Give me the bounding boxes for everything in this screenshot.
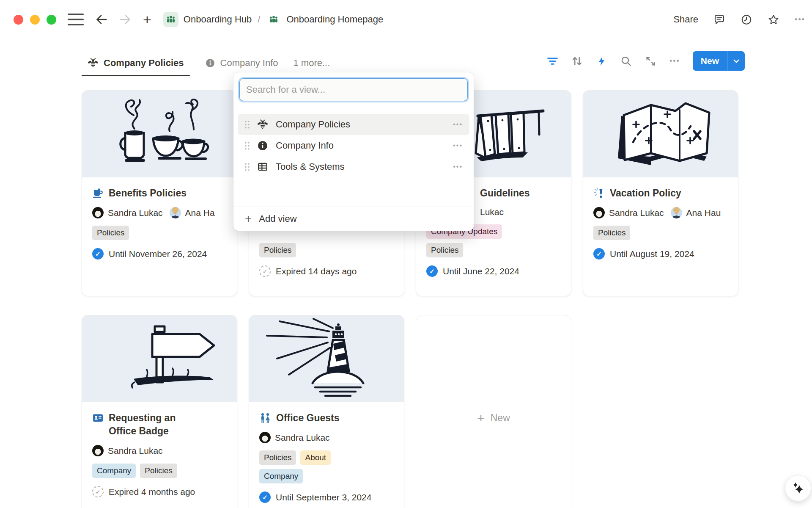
status-row: ✓ Expired 14 days ago (259, 265, 404, 277)
card-vacation-policy[interactable]: Vacation Policy Sandra Lukac Ana Hau Pol… (583, 90, 738, 296)
verified-badge-icon: ✓ (92, 248, 104, 260)
more-views-button[interactable]: 1 more... (293, 58, 330, 69)
forward-icon[interactable] (119, 14, 131, 25)
view-search-input[interactable] (246, 84, 461, 95)
breadcrumb-item[interactable]: Onboarding Hub (184, 14, 252, 25)
person-name: Sandra Lukac (275, 433, 330, 443)
breadcrumb-item[interactable]: Onboarding Homepage (286, 14, 383, 25)
view-option-tools-systems[interactable]: Tools & Systems ••• (238, 156, 469, 177)
card-office-guests[interactable]: Office Guests Sandra Lukac Policies Abou… (249, 315, 404, 508)
close-window-button[interactable] (14, 15, 23, 25)
share-button[interactable]: Share (673, 14, 698, 25)
view-option-menu-icon[interactable]: ••• (453, 142, 463, 149)
avatar (92, 207, 104, 218)
view-option-company-policies[interactable]: Company Policies ••• (238, 114, 469, 135)
more-options-icon[interactable]: ••• (795, 15, 805, 24)
person-name-fragment: Lukac (480, 207, 504, 217)
sidebar-menu-icon[interactable] (68, 14, 84, 25)
breadcrumb: Onboarding Hub / Onboarding Homepage (163, 12, 383, 27)
card-title: Office Guests (276, 411, 340, 425)
people-pair-icon (259, 412, 271, 424)
id-badge-icon (92, 412, 104, 424)
view-option-company-info[interactable]: Company Info ••• (238, 135, 469, 156)
person: Sandra Lukac (259, 432, 330, 443)
alert-exclamation-icon (593, 188, 605, 199)
tab-label: Company Info (220, 58, 278, 69)
zoom-window-button[interactable] (47, 15, 56, 25)
card-benefits-policies[interactable]: Benefits Policies Sandra Lukac Ana Ha Po… (82, 90, 237, 296)
favorite-star-icon[interactable] (768, 14, 779, 25)
automation-bolt-icon[interactable] (596, 55, 608, 67)
drag-handle-icon[interactable] (244, 120, 250, 129)
avatar (170, 207, 181, 218)
coffee-cup-icon (92, 188, 104, 199)
avatar (671, 207, 682, 218)
card-office-badge[interactable]: Requesting an Office Badge Sandra Lukac … (82, 315, 237, 508)
tag: Policies (259, 450, 296, 465)
minimize-window-button[interactable] (30, 15, 40, 25)
expired-check-icon: ✓ (92, 486, 104, 497)
person-name: Sandra Lukac (108, 446, 163, 456)
new-button[interactable]: New (693, 51, 727, 71)
new-button-chevron[interactable] (727, 51, 745, 71)
status-row: ✓ Until August 19, 2024 (593, 248, 738, 260)
tag: Policies (140, 464, 177, 478)
tag: Company (259, 469, 303, 483)
expand-view-icon[interactable] (645, 55, 657, 67)
drag-handle-icon[interactable] (244, 141, 250, 150)
person-name: Ana Ha (185, 208, 215, 218)
view-search-box (239, 78, 468, 101)
info-icon (257, 140, 268, 151)
person: Ana Ha (170, 207, 215, 218)
sort-icon[interactable] (571, 55, 583, 67)
new-card-placeholder[interactable]: + New (416, 315, 571, 508)
tag: Company (92, 464, 136, 478)
tag: Policies (92, 226, 129, 240)
tab-company-policies[interactable]: Company Policies (82, 50, 190, 76)
status-text: Expired 4 months ago (109, 487, 195, 497)
new-card-label: New (491, 412, 510, 424)
person: Ana Hau (671, 207, 721, 218)
person: Lukac (480, 207, 504, 217)
status-row: ✓ Until November 26, 2024 (92, 248, 237, 260)
traffic-lights (14, 15, 56, 25)
status-text: Until September 3, 2024 (276, 492, 371, 502)
comments-icon[interactable] (713, 14, 725, 25)
tab-label: Company Policies (104, 58, 184, 69)
view-option-menu-icon[interactable]: ••• (453, 121, 463, 128)
add-view-button[interactable]: + Add view (233, 207, 474, 231)
card-cover-signpost-drawing (82, 315, 237, 402)
view-more-options-icon[interactable]: ••• (669, 57, 680, 66)
status-row: ✓ Expired 4 months ago (92, 486, 237, 497)
tag: Policies (593, 226, 630, 240)
card-cover-lighthouse-drawing (249, 315, 404, 402)
add-view-label: Add view (259, 213, 296, 224)
filter-icon[interactable] (547, 55, 559, 67)
card-title: Requesting an Office Badge (109, 411, 184, 438)
back-icon[interactable] (96, 14, 107, 25)
new-tab-icon[interactable]: + (143, 12, 151, 27)
tag: About (300, 450, 331, 465)
search-icon[interactable] (620, 55, 632, 67)
tag: Policies (259, 243, 296, 257)
plus-icon: + (245, 213, 252, 225)
person: Sandra Lukac (92, 207, 163, 218)
verified-badge-icon: ✓ (593, 248, 605, 260)
view-option-menu-icon[interactable]: ••• (453, 163, 463, 171)
status-row: ✓ Until September 3, 2024 (259, 491, 404, 503)
ai-assistant-button[interactable] (785, 475, 811, 501)
table-icon (257, 161, 268, 172)
view-switcher-dropdown: Company Policies ••• Company Info ••• To… (233, 72, 474, 231)
breadcrumb-separator: / (257, 14, 261, 25)
drag-handle-icon[interactable] (244, 163, 250, 171)
verified-badge-icon: ✓ (259, 491, 271, 503)
avatar (593, 207, 605, 218)
status-row: ✓ Until June 22, 2024 (426, 265, 571, 277)
status-text: Until June 22, 2024 (443, 266, 519, 276)
people-group-icon (266, 12, 281, 27)
status-text: Until August 19, 2024 (610, 249, 694, 259)
updates-clock-icon[interactable] (741, 14, 752, 25)
sparkles-icon (790, 480, 806, 496)
person: Sandra Lukac (593, 207, 664, 218)
view-option-label: Tools & Systems (276, 161, 453, 172)
